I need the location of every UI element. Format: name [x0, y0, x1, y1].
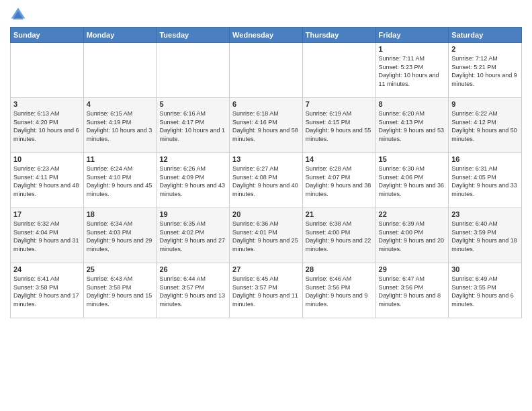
calendar-cell: 5Sunrise: 6:16 AM Sunset: 4:17 PM Daylig… — [157, 98, 230, 153]
day-number: 10 — [13, 155, 81, 163]
day-number: 17 — [13, 210, 81, 218]
week-row-1: 1Sunrise: 7:11 AM Sunset: 5:23 PM Daylig… — [11, 43, 522, 98]
day-number: 26 — [159, 265, 226, 273]
weekday-header-row: SundayMondayTuesdayWednesdayThursdayFrid… — [11, 28, 522, 43]
cell-info: Sunrise: 6:35 AM Sunset: 4:02 PM Dayligh… — [159, 220, 226, 253]
day-number: 28 — [306, 265, 373, 273]
weekday-header-thursday: Thursday — [302, 28, 375, 43]
day-number: 14 — [306, 155, 373, 163]
cell-info: Sunrise: 6:44 AM Sunset: 3:57 PM Dayligh… — [159, 275, 226, 308]
cell-info: Sunrise: 6:39 AM Sunset: 4:00 PM Dayligh… — [379, 220, 446, 253]
day-number: 13 — [232, 155, 300, 163]
day-number: 1 — [379, 45, 446, 53]
day-number: 8 — [379, 100, 446, 108]
cell-info: Sunrise: 6:43 AM Sunset: 3:58 PM Dayligh… — [87, 275, 154, 308]
calendar-cell: 17Sunrise: 6:32 AM Sunset: 4:04 PM Dayli… — [11, 208, 84, 263]
cell-info: Sunrise: 6:23 AM Sunset: 4:11 PM Dayligh… — [13, 165, 81, 198]
cell-info: Sunrise: 6:13 AM Sunset: 4:20 PM Dayligh… — [13, 109, 81, 143]
week-row-4: 17Sunrise: 6:32 AM Sunset: 4:04 PM Dayli… — [11, 208, 522, 263]
weekday-header-tuesday: Tuesday — [157, 28, 230, 43]
day-number: 30 — [451, 265, 519, 273]
calendar-cell: 4Sunrise: 6:15 AM Sunset: 4:19 PM Daylig… — [83, 98, 157, 153]
day-number: 9 — [451, 100, 519, 108]
logo — [10, 7, 29, 23]
calendar-cell: 10Sunrise: 6:23 AM Sunset: 4:11 PM Dayli… — [11, 153, 84, 208]
weekday-header-saturday: Saturday — [449, 28, 522, 43]
page-container: SundayMondayTuesdayWednesdayThursdayFrid… — [0, 0, 532, 325]
header — [10, 7, 522, 23]
calendar-cell: 14Sunrise: 6:28 AM Sunset: 4:07 PM Dayli… — [302, 153, 375, 208]
cell-info: Sunrise: 6:30 AM Sunset: 4:06 PM Dayligh… — [379, 165, 446, 198]
day-number: 3 — [13, 100, 81, 108]
weekday-header-friday: Friday — [375, 28, 449, 43]
cell-info: Sunrise: 7:12 AM Sunset: 5:21 PM Dayligh… — [451, 54, 519, 88]
week-row-5: 24Sunrise: 6:41 AM Sunset: 3:58 PM Dayli… — [11, 263, 522, 318]
cell-info: Sunrise: 6:31 AM Sunset: 4:05 PM Dayligh… — [451, 165, 519, 198]
calendar-cell: 29Sunrise: 6:47 AM Sunset: 3:56 PM Dayli… — [375, 263, 449, 318]
week-row-3: 10Sunrise: 6:23 AM Sunset: 4:11 PM Dayli… — [11, 153, 522, 208]
calendar-cell — [302, 43, 375, 98]
calendar-cell: 6Sunrise: 6:18 AM Sunset: 4:16 PM Daylig… — [230, 98, 303, 153]
calendar-cell: 22Sunrise: 6:39 AM Sunset: 4:00 PM Dayli… — [375, 208, 449, 263]
cell-info: Sunrise: 6:22 AM Sunset: 4:12 PM Dayligh… — [451, 109, 519, 143]
day-number: 5 — [159, 100, 226, 108]
day-number: 7 — [306, 100, 373, 108]
calendar-table: SundayMondayTuesdayWednesdayThursdayFrid… — [10, 27, 522, 318]
day-number: 11 — [87, 155, 154, 163]
calendar-cell: 27Sunrise: 6:45 AM Sunset: 3:57 PM Dayli… — [230, 263, 303, 318]
calendar-cell: 8Sunrise: 6:20 AM Sunset: 4:13 PM Daylig… — [375, 98, 449, 153]
day-number: 22 — [379, 210, 446, 218]
calendar-cell: 3Sunrise: 6:13 AM Sunset: 4:20 PM Daylig… — [11, 98, 84, 153]
cell-info: Sunrise: 6:32 AM Sunset: 4:04 PM Dayligh… — [13, 220, 81, 253]
cell-info: Sunrise: 6:47 AM Sunset: 3:56 PM Dayligh… — [379, 275, 446, 308]
cell-info: Sunrise: 6:27 AM Sunset: 4:08 PM Dayligh… — [232, 165, 300, 198]
weekday-header-wednesday: Wednesday — [230, 28, 303, 43]
calendar-cell: 11Sunrise: 6:24 AM Sunset: 4:10 PM Dayli… — [83, 153, 157, 208]
day-number: 25 — [87, 265, 154, 273]
day-number: 2 — [451, 45, 519, 53]
day-number: 18 — [87, 210, 154, 218]
cell-info: Sunrise: 6:24 AM Sunset: 4:10 PM Dayligh… — [87, 165, 154, 198]
day-number: 19 — [159, 210, 226, 218]
calendar-cell: 26Sunrise: 6:44 AM Sunset: 3:57 PM Dayli… — [157, 263, 230, 318]
day-number: 15 — [379, 155, 446, 163]
calendar-cell — [83, 43, 157, 98]
day-number: 24 — [13, 265, 81, 273]
weekday-header-sunday: Sunday — [11, 28, 84, 43]
cell-info: Sunrise: 6:20 AM Sunset: 4:13 PM Dayligh… — [379, 109, 446, 143]
calendar-cell: 20Sunrise: 6:36 AM Sunset: 4:01 PM Dayli… — [230, 208, 303, 263]
calendar-cell: 16Sunrise: 6:31 AM Sunset: 4:05 PM Dayli… — [449, 153, 522, 208]
day-number: 27 — [232, 265, 300, 273]
calendar-cell: 2Sunrise: 7:12 AM Sunset: 5:21 PM Daylig… — [449, 43, 522, 98]
calendar-cell: 19Sunrise: 6:35 AM Sunset: 4:02 PM Dayli… — [157, 208, 230, 263]
calendar-cell — [157, 43, 230, 98]
logo-icon — [10, 7, 26, 23]
weekday-header-monday: Monday — [83, 28, 157, 43]
cell-info: Sunrise: 6:36 AM Sunset: 4:01 PM Dayligh… — [232, 220, 300, 253]
calendar-cell: 12Sunrise: 6:26 AM Sunset: 4:09 PM Dayli… — [157, 153, 230, 208]
cell-info: Sunrise: 6:15 AM Sunset: 4:19 PM Dayligh… — [87, 109, 154, 143]
cell-info: Sunrise: 6:18 AM Sunset: 4:16 PM Dayligh… — [232, 109, 300, 143]
calendar-cell — [11, 43, 84, 98]
cell-info: Sunrise: 6:16 AM Sunset: 4:17 PM Dayligh… — [159, 109, 226, 143]
calendar-cell: 24Sunrise: 6:41 AM Sunset: 3:58 PM Dayli… — [11, 263, 84, 318]
calendar-cell: 15Sunrise: 6:30 AM Sunset: 4:06 PM Dayli… — [375, 153, 449, 208]
cell-info: Sunrise: 6:26 AM Sunset: 4:09 PM Dayligh… — [159, 165, 226, 198]
day-number: 4 — [87, 100, 154, 108]
week-row-2: 3Sunrise: 6:13 AM Sunset: 4:20 PM Daylig… — [11, 98, 522, 153]
day-number: 21 — [306, 210, 373, 218]
cell-info: Sunrise: 7:11 AM Sunset: 5:23 PM Dayligh… — [379, 54, 446, 88]
cell-info: Sunrise: 6:49 AM Sunset: 3:55 PM Dayligh… — [451, 275, 519, 308]
calendar-cell: 9Sunrise: 6:22 AM Sunset: 4:12 PM Daylig… — [449, 98, 522, 153]
calendar-cell: 1Sunrise: 7:11 AM Sunset: 5:23 PM Daylig… — [375, 43, 449, 98]
cell-info: Sunrise: 6:41 AM Sunset: 3:58 PM Dayligh… — [13, 275, 81, 308]
cell-info: Sunrise: 6:40 AM Sunset: 3:59 PM Dayligh… — [451, 220, 519, 253]
calendar-cell: 18Sunrise: 6:34 AM Sunset: 4:03 PM Dayli… — [83, 208, 157, 263]
day-number: 6 — [232, 100, 300, 108]
cell-info: Sunrise: 6:34 AM Sunset: 4:03 PM Dayligh… — [87, 220, 154, 253]
calendar-cell — [230, 43, 303, 98]
calendar-cell: 13Sunrise: 6:27 AM Sunset: 4:08 PM Dayli… — [230, 153, 303, 208]
day-number: 20 — [232, 210, 300, 218]
cell-info: Sunrise: 6:45 AM Sunset: 3:57 PM Dayligh… — [232, 275, 300, 308]
cell-info: Sunrise: 6:38 AM Sunset: 4:00 PM Dayligh… — [306, 220, 373, 253]
